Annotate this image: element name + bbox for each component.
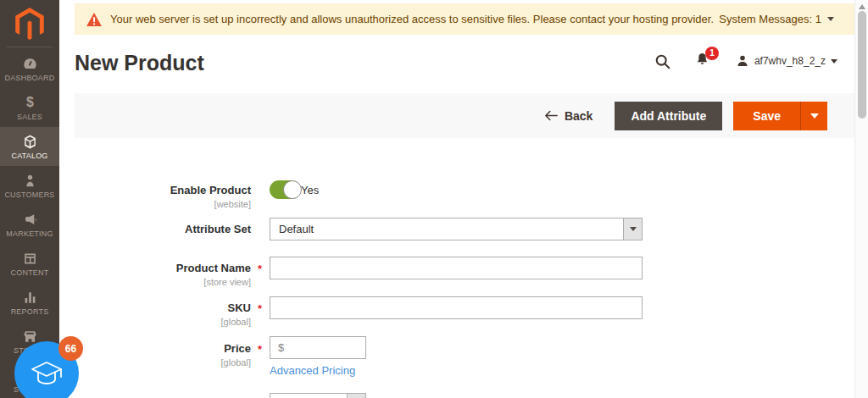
product-name-input[interactable] xyxy=(270,257,643,279)
selected-value: Default xyxy=(270,218,642,240)
toggle-knob xyxy=(283,180,302,199)
header-actions: 1 af7whv_h8_2_z xyxy=(654,52,837,70)
required-marker: * xyxy=(258,343,262,356)
add-attribute-button[interactable]: Add Attribute xyxy=(615,102,722,130)
sidebar-item-sales[interactable]: $ SALES xyxy=(0,88,59,127)
scrollbar-thumb[interactable] xyxy=(858,11,866,119)
scope-hint: [global] xyxy=(75,317,251,327)
person-icon xyxy=(22,173,38,189)
price-input[interactable] xyxy=(284,341,343,354)
label-text: Enable Product xyxy=(170,184,251,196)
gauge-icon xyxy=(22,56,38,72)
magento-logo-icon xyxy=(15,8,44,40)
chevron-down-icon xyxy=(630,227,637,231)
currency-prefix: $ xyxy=(270,341,284,354)
scope-hint: [website] xyxy=(75,199,251,209)
advanced-pricing-link[interactable]: Advanced Pricing xyxy=(270,364,355,377)
arrow-left-icon xyxy=(545,110,558,121)
sidebar-item-label: CUSTOMERS xyxy=(4,191,54,199)
page-actions-toolbar: Back Add Attribute Save xyxy=(75,93,854,138)
save-button[interactable]: Save xyxy=(733,102,800,130)
banner-message: Your web server is set up incorrectly an… xyxy=(110,13,719,25)
search-icon xyxy=(654,53,670,69)
admin-sidebar: DASHBOARD $ SALES CATALOG CUSTOMERS MARK… xyxy=(0,0,59,398)
sidebar-item-marketing[interactable]: MARKETING xyxy=(0,205,59,244)
chevron-down-icon xyxy=(810,113,819,119)
chevron-down-icon xyxy=(831,59,837,64)
scrollbar-up-arrow[interactable] xyxy=(859,4,865,9)
sidebar-item-catalog[interactable]: CATALOG xyxy=(0,127,59,166)
svg-text:$: $ xyxy=(26,95,34,109)
magento-logo[interactable] xyxy=(0,7,59,41)
price-field: $ xyxy=(270,336,366,359)
sidebar-item-label: MARKETING xyxy=(6,229,53,238)
chevron-down-icon xyxy=(827,17,834,21)
warning-icon xyxy=(86,13,102,26)
back-label: Back xyxy=(565,109,593,123)
label-text: SKU xyxy=(228,301,251,314)
tax-class-select-cutoff[interactable] xyxy=(270,393,366,398)
sidebar-item-label: DASHBOARD xyxy=(5,74,55,82)
product-name-label: Product Name * [store view] xyxy=(75,262,251,287)
vertical-scrollbar xyxy=(854,0,868,398)
help-widget-button[interactable]: 66 xyxy=(14,341,79,398)
required-marker: * xyxy=(258,263,262,275)
user-icon xyxy=(736,54,749,68)
enable-product-label: Enable Product [website] xyxy=(75,184,251,209)
toggle-value-label: Yes xyxy=(301,184,319,196)
sidebar-item-label: CONTENT xyxy=(11,268,49,277)
label-text: Attribute Set xyxy=(185,223,251,235)
sidebar-item-customers[interactable]: CUSTOMERS xyxy=(0,166,59,205)
bar-chart-icon xyxy=(22,290,38,306)
sidebar-item-label: REPORTS xyxy=(11,307,49,316)
search-button[interactable] xyxy=(654,53,670,69)
storefront-icon xyxy=(22,329,38,345)
select-arrow-box xyxy=(623,218,642,240)
scope-hint: [global] xyxy=(75,357,251,368)
sidebar-item-content[interactable]: CONTENT xyxy=(0,244,59,283)
save-options-button[interactable] xyxy=(800,102,827,130)
layout-icon xyxy=(22,251,38,267)
attribute-set-label: Attribute Set xyxy=(75,223,251,235)
save-split-button: Save xyxy=(733,102,827,130)
notification-count-badge: 1 xyxy=(705,47,719,60)
cube-icon xyxy=(22,134,38,150)
back-button[interactable]: Back xyxy=(545,109,593,123)
enable-product-toggle[interactable] xyxy=(270,180,301,199)
help-badge-count: 66 xyxy=(58,336,83,361)
sidebar-item-dashboard[interactable]: DASHBOARD xyxy=(0,49,59,88)
system-messages-dropdown[interactable]: System Messages: 1 xyxy=(719,13,834,25)
system-messages-label: System Messages: 1 xyxy=(719,13,821,25)
megaphone-icon xyxy=(22,212,38,228)
username-label: af7whv_h8_2_z xyxy=(754,55,826,67)
select-arrow-box xyxy=(347,394,365,398)
sidebar-item-label: SALES xyxy=(17,113,42,121)
scope-hint: [store view] xyxy=(75,277,251,287)
label-text: Price xyxy=(224,342,251,355)
user-account-menu[interactable]: af7whv_h8_2_z xyxy=(736,54,837,68)
notifications-button[interactable]: 1 xyxy=(694,52,710,71)
label-text: Product Name xyxy=(176,262,251,274)
sidebar-divider xyxy=(7,47,53,47)
system-warning-banner: Your web server is set up incorrectly an… xyxy=(75,3,854,35)
graduation-cap-icon xyxy=(30,359,64,388)
required-marker: * xyxy=(258,302,262,315)
sku-label: SKU * [global] xyxy=(75,301,251,327)
sidebar-item-reports[interactable]: REPORTS xyxy=(0,283,59,322)
dollar-icon: $ xyxy=(22,95,38,111)
sidebar-item-label: CATALOG xyxy=(11,152,47,160)
price-label: Price * [global] xyxy=(75,342,251,368)
sku-input[interactable] xyxy=(270,296,643,319)
attribute-set-select[interactable]: Default xyxy=(270,218,643,240)
page-title: New Product xyxy=(75,51,204,75)
